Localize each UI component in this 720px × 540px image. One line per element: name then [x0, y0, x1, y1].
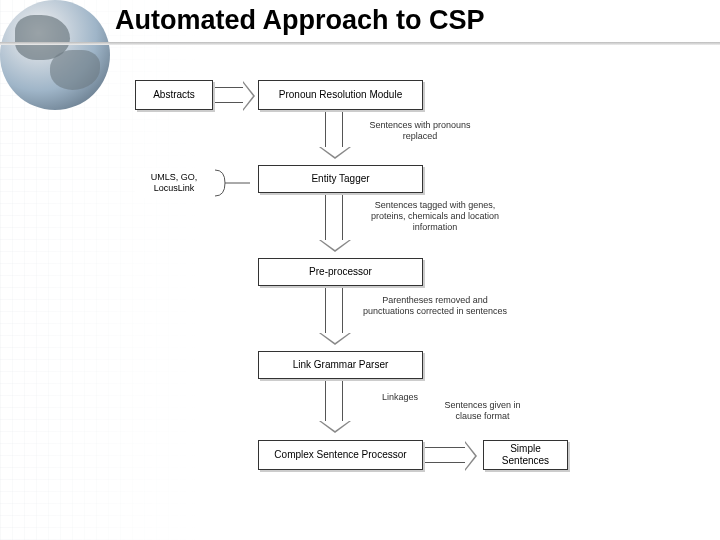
- arrow-entity-preproc: [325, 195, 343, 240]
- box-sources: UMLS, GO, LocusLink: [135, 168, 213, 198]
- arrow-csp-simple: [425, 447, 465, 463]
- box-csp: Complex Sentence Processor: [258, 440, 423, 470]
- label-to-simple: Sentences given in clause format: [435, 400, 530, 422]
- label-after-pronoun: Sentences with pronouns replaced: [360, 120, 480, 142]
- arrow-pronoun-entity: [325, 112, 343, 147]
- box-abstracts: Abstracts: [135, 80, 213, 110]
- arrow-preproc-parser: [325, 288, 343, 333]
- flowchart: Abstracts Pronoun Resolution Module Sent…: [0, 70, 720, 540]
- label-after-entity: Sentences tagged with genes, proteins, c…: [360, 200, 510, 232]
- label-after-parser: Linkages: [360, 392, 440, 403]
- box-preprocessor: Pre-processor: [258, 258, 423, 286]
- page-title: Automated Approach to CSP: [115, 5, 485, 36]
- arrow-abstracts-pronoun: [215, 87, 243, 103]
- brace-icon: [210, 165, 255, 201]
- box-parser: Link Grammar Parser: [258, 351, 423, 379]
- arrow-parser-csp: [325, 381, 343, 421]
- label-after-preproc: Parentheses removed and punctuations cor…: [360, 295, 510, 317]
- box-simple: Simple Sentences: [483, 440, 568, 470]
- box-pronoun-module: Pronoun Resolution Module: [258, 80, 423, 110]
- box-entity-tagger: Entity Tagger: [258, 165, 423, 193]
- title-divider: [0, 42, 720, 45]
